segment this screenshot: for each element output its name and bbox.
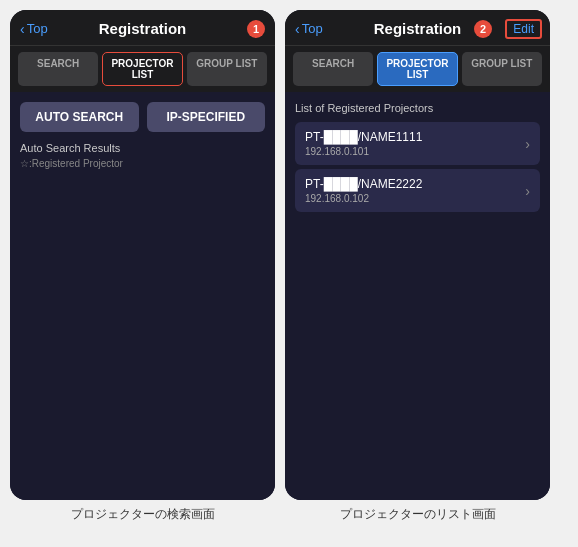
projector-item-2-chevron-icon: ›	[525, 183, 530, 199]
projector-item-1-ip: 192.168.0.101	[305, 146, 422, 157]
projector-item-1-info: PT-████/NAME1111 192.168.0.101	[305, 130, 422, 157]
projector-item-2-info: PT-████/NAME2222 192.168.0.102	[305, 177, 422, 204]
projector-item-2[interactable]: PT-████/NAME2222 192.168.0.102 ›	[295, 169, 540, 212]
right-phone-screen: ‹ Top Registration Edit 2 SEARCH PROJECT…	[285, 10, 550, 500]
search-buttons-row: AUTO SEARCH IP-SPECIFIED	[20, 102, 265, 132]
right-header-title: Registration	[374, 20, 462, 37]
left-phone-screen: ‹ Top Registration 1 SEARCH PROJECTOR LI…	[10, 10, 275, 500]
right-caption: プロジェクターのリスト画面	[285, 506, 550, 523]
right-back-chevron-icon: ‹	[295, 21, 300, 37]
left-back-chevron-icon: ‹	[20, 21, 25, 37]
projector-item-1-name: PT-████/NAME1111	[305, 130, 422, 144]
left-back-button[interactable]: ‹ Top	[20, 21, 48, 37]
ip-specified-button[interactable]: IP-SPECIFIED	[147, 102, 266, 132]
right-screen-body: List of Registered Projectors PT-████/NA…	[285, 92, 550, 500]
right-back-label: Top	[302, 21, 323, 36]
right-tab-projector-list[interactable]: PROJECTOR LIST	[377, 52, 457, 86]
search-results-label: Auto Search Results	[20, 142, 265, 154]
projector-item-1[interactable]: PT-████/NAME1111 192.168.0.101 ›	[295, 122, 540, 165]
projector-item-2-ip: 192.168.0.102	[305, 193, 422, 204]
right-edit-button[interactable]: Edit	[505, 19, 542, 39]
left-tab-search[interactable]: SEARCH	[18, 52, 98, 86]
projector-item-1-chevron-icon: ›	[525, 136, 530, 152]
list-header-label: List of Registered Projectors	[295, 102, 540, 114]
left-tab-projector-list[interactable]: PROJECTOR LIST	[102, 52, 182, 86]
right-back-button[interactable]: ‹ Top	[295, 21, 323, 37]
right-tab-search[interactable]: SEARCH	[293, 52, 373, 86]
right-badge: 2	[474, 20, 492, 38]
left-badge: 1	[247, 20, 265, 38]
right-header: ‹ Top Registration Edit 2	[285, 10, 550, 46]
auto-search-button[interactable]: AUTO SEARCH	[20, 102, 139, 132]
left-caption: プロジェクターの検索画面	[10, 506, 275, 523]
left-header: ‹ Top Registration 1	[10, 10, 275, 46]
right-tab-bar: SEARCH PROJECTOR LIST GROUP LIST	[285, 46, 550, 92]
left-back-label: Top	[27, 21, 48, 36]
captions-container: プロジェクターの検索画面 プロジェクターのリスト画面	[0, 500, 578, 531]
left-tab-bar: SEARCH PROJECTOR LIST GROUP LIST	[10, 46, 275, 92]
left-header-title: Registration	[99, 20, 187, 37]
search-sub-label: ☆:Registered Projector	[20, 158, 265, 169]
projector-item-2-name: PT-████/NAME2222	[305, 177, 422, 191]
left-tab-group-list[interactable]: GROUP LIST	[187, 52, 267, 86]
left-screen-body: AUTO SEARCH IP-SPECIFIED Auto Search Res…	[10, 92, 275, 500]
right-tab-group-list[interactable]: GROUP LIST	[462, 52, 542, 86]
